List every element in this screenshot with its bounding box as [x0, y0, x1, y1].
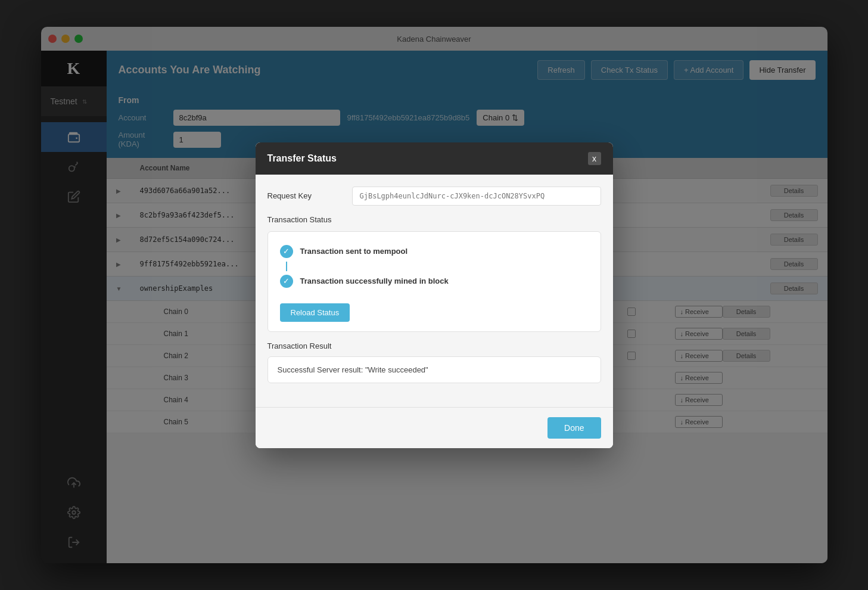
request-key-input[interactable]	[352, 187, 601, 206]
status-item-mined: ✓ Transaction successfully mined in bloc…	[280, 271, 589, 291]
result-text: Successful Server result: "Write succeed…	[278, 365, 428, 374]
reload-status-button[interactable]: Reload Status	[280, 303, 350, 322]
modal-body: Request Key Transaction Status ✓ Transac…	[256, 175, 613, 407]
result-box: Successful Server result: "Write succeed…	[267, 356, 601, 383]
status-check-icon: ✓	[280, 275, 293, 288]
done-button[interactable]: Done	[547, 417, 601, 439]
status-mempool-text: Transaction sent to mempool	[300, 247, 408, 256]
status-box: ✓ Transaction sent to mempool ✓ Transact…	[267, 231, 601, 332]
modal-title: Transfer Status	[267, 153, 337, 164]
status-mined-text: Transaction successfully mined in block	[300, 277, 449, 285]
tx-status-section-label: Transaction Status	[267, 215, 601, 224]
status-check-icon: ✓	[280, 245, 293, 258]
modal-header: Transfer Status x	[256, 142, 613, 175]
status-item-mempool: ✓ Transaction sent to mempool	[280, 241, 589, 262]
modal-overlay: Transfer Status x Request Key Transactio…	[0, 0, 868, 590]
modal-close-button[interactable]: x	[588, 152, 601, 165]
request-key-row: Request Key	[267, 187, 601, 206]
modal-footer: Done	[256, 407, 613, 448]
result-section-label: Transaction Result	[267, 341, 601, 350]
transfer-status-modal: Transfer Status x Request Key Transactio…	[256, 142, 613, 448]
request-key-label: Request Key	[267, 191, 345, 200]
status-connector	[286, 262, 287, 271]
